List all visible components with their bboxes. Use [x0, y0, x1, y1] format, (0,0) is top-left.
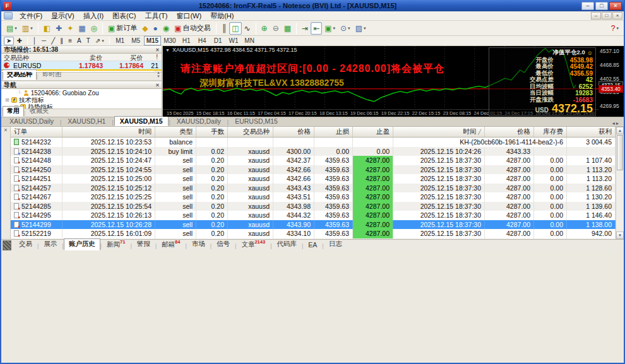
toolbox-tab-日志[interactable]: 日志: [324, 238, 347, 250]
history-row[interactable]: 521442672025.12.15 10:25:25sell0.20xauus…: [11, 192, 616, 202]
mdi-close-button[interactable]: ×: [612, 12, 622, 20]
close-button[interactable]: ×: [609, 2, 622, 10]
horizontal-line-tool[interactable]: ─: [39, 37, 49, 45]
scroll-down-icon[interactable]: ▼: [616, 232, 624, 239]
strategy-tester-toggle[interactable]: ◎: [88, 22, 100, 35]
market-watch-column-header[interactable]: 卖价: [64, 54, 105, 61]
timeframe-d1[interactable]: D1: [210, 36, 226, 45]
bar-chart-button[interactable]: ║: [219, 22, 230, 35]
label-tool[interactable]: T: [84, 37, 93, 45]
history-row[interactable]: 521442512025.12.15 10:25:00sell0.20xauus…: [11, 174, 616, 184]
market-watch-column-header[interactable]: 交易品种: [1, 54, 64, 61]
history-column-header[interactable]: 价格: [273, 127, 314, 137]
auto-scroll-button[interactable]: ⇥: [299, 22, 311, 35]
history-column-header[interactable]: 止损: [314, 127, 353, 137]
timeframe-m30[interactable]: M30: [161, 36, 178, 45]
history-column-header[interactable]: 止盈: [353, 127, 393, 137]
tree-expand-icon[interactable]: ⊞: [5, 97, 9, 103]
market-watch-column-header[interactable]: 买价: [105, 54, 145, 61]
history-row[interactable]: 521442502025.12.15 10:24:55sell0.20xauus…: [11, 165, 616, 175]
menu-item[interactable]: 窗口(W): [172, 11, 206, 21]
history-row[interactable]: 521442382025.12.15 10:24:10buy limit0.02…: [11, 147, 616, 156]
timeframe-h1[interactable]: H1: [179, 36, 194, 45]
community-button[interactable]: ◉: [160, 22, 172, 35]
history-row[interactable]: 521442992025.12.15 10:26:28sell0.20xauus…: [11, 220, 616, 230]
cursor-tool[interactable]: ➤: [4, 37, 14, 45]
tile-windows-button[interactable]: ▦: [282, 22, 294, 35]
shapes-dropdown[interactable]: ⇗▾: [93, 37, 107, 45]
history-column-header[interactable]: 库存费: [534, 127, 567, 137]
fibonacci-tool[interactable]: ≡: [66, 37, 74, 45]
restore-button[interactable]: □: [595, 2, 608, 10]
candlestick-button[interactable]: ◫: [229, 22, 241, 35]
market-watch-toggle[interactable]: ◧: [41, 22, 53, 35]
history-column-header[interactable]: 时间: [62, 127, 155, 137]
navigator-tab-1[interactable]: 收藏夹: [25, 106, 53, 117]
panel-close-icon[interactable]: ×: [156, 82, 159, 88]
navigator-toggle[interactable]: ✦: [64, 22, 76, 35]
toolbox-tab-展示[interactable]: 展示: [39, 238, 62, 250]
crosshair-tool[interactable]: ✚: [14, 37, 24, 45]
mdi-restore-button[interactable]: □: [602, 12, 612, 20]
toolbox-toggle[interactable]: ▦: [76, 22, 88, 35]
new-chart-button[interactable]: ▤▾: [4, 22, 20, 35]
panel-grip-icon[interactable]: [3, 240, 11, 250]
history-row[interactable]: 521442952025.12.15 10:26:13sell0.20xauus…: [11, 211, 616, 220]
toolbox-tab-市场[interactable]: 市场: [187, 238, 210, 250]
timeframe-mn[interactable]: MN: [242, 36, 258, 45]
history-scrollbar[interactable]: ▲ ▼: [616, 127, 624, 239]
timeframe-h4[interactable]: H4: [194, 36, 210, 45]
chart-tab-4[interactable]: EURUSD,M15: [229, 116, 283, 126]
chart-tab-3[interactable]: XAUUSD,Daily: [171, 116, 227, 126]
chart-tab-0[interactable]: XAUUSD,Daily: [4, 116, 59, 126]
trendline-tool[interactable]: ╱: [49, 37, 57, 45]
chart-area[interactable]: ▼ XAUUSD,M15 4372.98 4384.52 4371.75 437…: [163, 46, 624, 117]
history-column-header[interactable]: 获利: [567, 127, 616, 137]
menu-item[interactable]: 帮助(H): [206, 11, 238, 21]
navigator-tab-0[interactable]: 常用: [3, 106, 24, 117]
toolbox-close-icon[interactable]: ×: [4, 127, 7, 133]
templates-button[interactable]: ▨▾: [353, 22, 369, 35]
history-row[interactable]: 521442572025.12.15 10:25:12sell0.20xauus…: [11, 184, 616, 193]
toolbox-tab-警报[interactable]: 警报: [132, 238, 155, 250]
history-row[interactable]: 521442322025.12.15 10:23:53balanceKH-(2b…: [11, 138, 616, 147]
history-column-header[interactable]: 时间╱: [393, 127, 485, 137]
toolbox-tab-信号[interactable]: 信号: [211, 238, 235, 250]
data-window-toggle[interactable]: ✚: [53, 22, 64, 35]
mdi-minimize-button[interactable]: –: [591, 12, 601, 20]
toolbox-tab-文章[interactable]: 文章2143: [236, 238, 270, 251]
timeframe-w1[interactable]: W1: [226, 36, 242, 45]
chart-tab-2[interactable]: XAUUSD,M15: [114, 116, 169, 126]
toolbox-tab-EA[interactable]: EA: [303, 240, 322, 250]
scroll-thumb[interactable]: [617, 135, 623, 170]
periods-button[interactable]: ⊙▾: [338, 22, 353, 35]
panel-close-icon[interactable]: ×: [156, 47, 159, 53]
price-scale[interactable]: 4537.104468.854402.554336.254269.954372.…: [598, 46, 624, 109]
history-column-header[interactable]: 价格: [485, 127, 534, 137]
history-column-header[interactable]: 手数: [196, 127, 228, 137]
toolbox-tab-邮箱[interactable]: 邮箱84: [157, 238, 185, 251]
history-column-header[interactable]: 订单: [11, 127, 62, 137]
timeframe-m15[interactable]: M15: [144, 36, 161, 45]
minimize-button[interactable]: –: [581, 2, 594, 10]
chart-tab-1[interactable]: XAUUSD,H1: [62, 116, 111, 126]
toolbox-close-strip[interactable]: ×: [1, 127, 11, 239]
market-watch-scrollbar[interactable]: ▲▼: [155, 71, 162, 72]
new-order-button[interactable]: ▣新订单: [105, 22, 140, 35]
tab-scroll-icons[interactable]: ◂ ▸: [612, 120, 621, 126]
timeframe-m5[interactable]: M5: [128, 36, 144, 45]
vertical-line-tool[interactable]: │: [30, 37, 39, 45]
line-chart-button[interactable]: ∿: [242, 22, 253, 35]
menu-item[interactable]: 插入(I): [79, 11, 108, 21]
market-watch-column-header[interactable]: !: [145, 54, 160, 61]
deposit-button[interactable]: ◆: [140, 22, 150, 35]
scroll-up-icon[interactable]: ▲: [616, 127, 624, 134]
zoom-out-button[interactable]: ⊖: [270, 22, 282, 35]
toolbox-tab-代码库[interactable]: 代码库: [271, 238, 302, 250]
menu-item[interactable]: 工具(T): [140, 11, 172, 21]
autotrade-button[interactable]: ▣自动交易: [172, 22, 213, 35]
help-search-button[interactable]: ?▾: [609, 22, 621, 35]
tree-item-account[interactable]: └ 15204066: Guobiao Zou: [4, 90, 162, 97]
market-watch-row-eurusd[interactable]: ▼ EURUSD 1.17843 1.17864 21: [1, 61, 162, 69]
collapse-icon[interactable]: ▼: [165, 48, 170, 52]
